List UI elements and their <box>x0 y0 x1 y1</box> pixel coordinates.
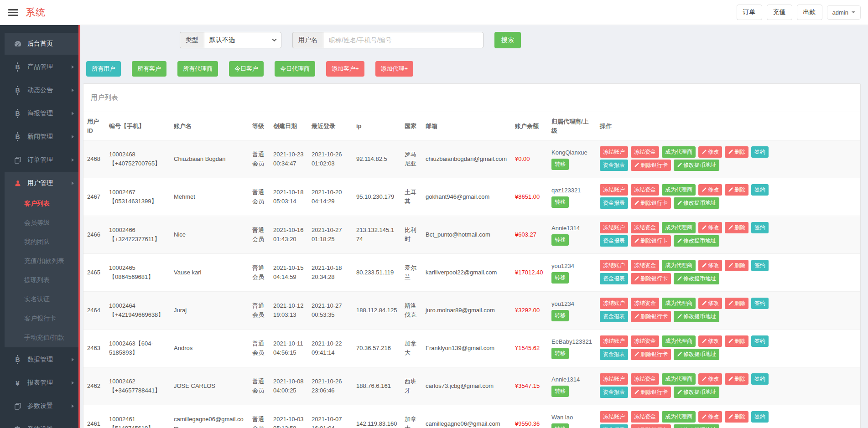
sidebar-subitem[interactable]: 充值/扣款列表 <box>5 252 78 271</box>
sign-button[interactable]: 签约 <box>751 373 769 385</box>
funds-report-button[interactable]: 资金报表 <box>600 349 628 360</box>
admin-user-dropdown[interactable]: admin <box>827 5 861 20</box>
delete-bank-card-button[interactable]: 删除银行卡 <box>631 235 671 247</box>
freeze-funds-button[interactable]: 冻结资金 <box>631 298 659 309</box>
transfer-button[interactable]: 转移 <box>551 196 569 208</box>
delete-button[interactable]: 删除 <box>725 184 748 196</box>
freeze-funds-button[interactable]: 冻结资金 <box>631 260 659 271</box>
freeze-account-button[interactable]: 冻结账户 <box>600 222 628 233</box>
recharge-button[interactable]: 充值 <box>767 5 792 20</box>
sidebar-subitem[interactable]: 客户银行卡 <box>5 309 78 328</box>
edit-withdraw-address-button[interactable]: 修改提币地址 <box>674 311 719 322</box>
become-agent-button[interactable]: 成为代理商 <box>662 146 696 158</box>
freeze-account-button[interactable]: 冻结账户 <box>600 298 628 309</box>
become-agent-button[interactable]: 成为代理商 <box>662 260 696 271</box>
sidebar-item[interactable]: B数据管理 <box>5 349 78 371</box>
edit-withdraw-address-button[interactable]: 修改提币地址 <box>674 349 719 360</box>
freeze-funds-button[interactable]: 冻结资金 <box>631 184 659 196</box>
quick-filter-button[interactable]: 所有客户 <box>132 61 166 77</box>
delete-bank-card-button[interactable]: 删除银行卡 <box>631 197 671 209</box>
edit-button[interactable]: 修改 <box>698 335 722 347</box>
become-agent-button[interactable]: 成为代理商 <box>662 411 696 423</box>
freeze-account-button[interactable]: 冻结账户 <box>600 335 628 347</box>
transfer-button[interactable]: 转移 <box>551 386 569 397</box>
quick-filter-button[interactable]: 今日客户 <box>229 61 264 77</box>
sidebar-item[interactable]: B动态公告 <box>5 79 78 101</box>
edit-button[interactable]: 修改 <box>698 298 722 309</box>
sidebar-item[interactable]: 用户管理 <box>5 172 78 194</box>
freeze-funds-button[interactable]: 冻结资金 <box>631 335 659 347</box>
sign-button[interactable]: 签约 <box>751 222 769 233</box>
edit-withdraw-address-button[interactable]: 修改提币地址 <box>674 197 719 209</box>
freeze-funds-button[interactable]: 冻结资金 <box>631 222 659 233</box>
edit-button[interactable]: 修改 <box>698 146 722 158</box>
transfer-button[interactable]: 转移 <box>551 272 569 284</box>
transfer-button[interactable]: 转移 <box>551 159 569 170</box>
edit-button[interactable]: 修改 <box>698 260 722 271</box>
sidebar-item[interactable]: 系统设置 <box>5 418 78 428</box>
delete-bank-card-button[interactable]: 删除银行卡 <box>631 387 671 398</box>
freeze-account-button[interactable]: 冻结账户 <box>600 411 628 423</box>
edit-button[interactable]: 修改 <box>698 184 722 196</box>
quick-filter-button[interactable]: 添加代理+ <box>375 61 414 77</box>
sidebar-subitem[interactable]: 手动充值/扣款 <box>5 328 78 347</box>
sidebar-item[interactable]: ¥报表管理 <box>5 372 78 394</box>
payout-button[interactable]: 出款 <box>797 5 822 20</box>
edit-withdraw-address-button[interactable]: 修改提币地址 <box>674 160 719 171</box>
sidebar-item[interactable]: B新闻管理 <box>5 126 78 148</box>
delete-bank-card-button[interactable]: 删除银行卡 <box>631 311 671 322</box>
search-button[interactable]: 搜索 <box>494 32 521 48</box>
delete-button[interactable]: 删除 <box>725 146 748 158</box>
freeze-funds-button[interactable]: 冻结资金 <box>631 146 659 158</box>
transfer-button[interactable]: 转移 <box>551 310 569 321</box>
type-select[interactable]: 默认不选 <box>204 32 281 48</box>
sidebar-subitem[interactable]: 实名认证 <box>5 290 78 309</box>
sidebar-subitem[interactable]: 会员等级 <box>5 213 78 232</box>
edit-button[interactable]: 修改 <box>698 411 722 423</box>
freeze-funds-button[interactable]: 冻结资金 <box>631 411 659 423</box>
delete-bank-card-button[interactable]: 删除银行卡 <box>631 424 671 428</box>
delete-bank-card-button[interactable]: 删除银行卡 <box>631 160 671 171</box>
delete-button[interactable]: 删除 <box>725 373 748 385</box>
delete-button[interactable]: 删除 <box>725 260 748 271</box>
transfer-button[interactable]: 转移 <box>551 423 569 428</box>
delete-bank-card-button[interactable]: 删除银行卡 <box>631 349 671 360</box>
username-input[interactable] <box>323 32 483 48</box>
sidebar-item[interactable]: 参数设置 <box>5 395 78 417</box>
orders-button[interactable]: 订单 <box>737 5 762 20</box>
freeze-account-button[interactable]: 冻结账户 <box>600 373 628 385</box>
freeze-funds-button[interactable]: 冻结资金 <box>631 373 659 385</box>
freeze-account-button[interactable]: 冻结账户 <box>600 146 628 158</box>
sign-button[interactable]: 签约 <box>751 184 769 196</box>
edit-withdraw-address-button[interactable]: 修改提币地址 <box>674 235 719 247</box>
freeze-account-button[interactable]: 冻结账户 <box>600 184 628 196</box>
sidebar-item[interactable]: 后台首页 <box>5 33 78 55</box>
sign-button[interactable]: 签约 <box>751 298 769 309</box>
delete-button[interactable]: 删除 <box>725 335 748 347</box>
delete-button[interactable]: 删除 <box>725 222 748 233</box>
edit-withdraw-address-button[interactable]: 修改提币地址 <box>674 424 719 428</box>
sidebar-item[interactable]: 订单管理 <box>5 149 78 171</box>
become-agent-button[interactable]: 成为代理商 <box>662 298 696 309</box>
funds-report-button[interactable]: 资金报表 <box>600 197 628 209</box>
sidebar-item[interactable]: B海报管理 <box>5 103 78 124</box>
delete-button[interactable]: 删除 <box>725 411 748 423</box>
funds-report-button[interactable]: 资金报表 <box>600 160 628 171</box>
sign-button[interactable]: 签约 <box>751 335 769 347</box>
delete-bank-card-button[interactable]: 删除银行卡 <box>631 273 671 284</box>
become-agent-button[interactable]: 成为代理商 <box>662 335 696 347</box>
funds-report-button[interactable]: 资金报表 <box>600 311 628 322</box>
quick-filter-button[interactable]: 所有用户 <box>86 61 121 77</box>
edit-button[interactable]: 修改 <box>698 373 722 385</box>
become-agent-button[interactable]: 成为代理商 <box>662 222 696 233</box>
quick-filter-button[interactable]: 添加客户+ <box>326 61 364 77</box>
transfer-button[interactable]: 转移 <box>551 348 569 359</box>
sidebar-subitem[interactable]: 客户列表 <box>5 194 78 213</box>
sign-button[interactable]: 签约 <box>751 411 769 423</box>
edit-withdraw-address-button[interactable]: 修改提币地址 <box>674 387 719 398</box>
sign-button[interactable]: 签约 <box>751 146 769 158</box>
funds-report-button[interactable]: 资金报表 <box>600 273 628 284</box>
funds-report-button[interactable]: 资金报表 <box>600 424 628 428</box>
funds-report-button[interactable]: 资金报表 <box>600 235 628 247</box>
edit-button[interactable]: 修改 <box>698 222 722 233</box>
